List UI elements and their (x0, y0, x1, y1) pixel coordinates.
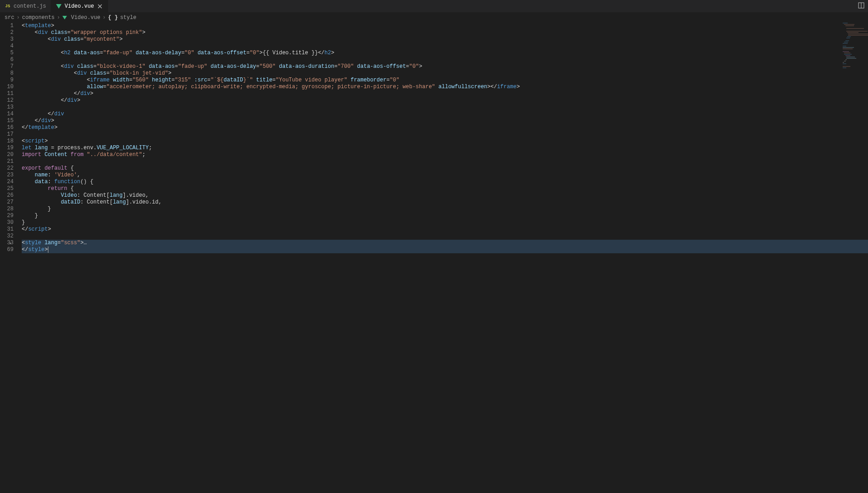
line-number: 33 › (0, 240, 14, 246)
line-number: 30 (0, 219, 14, 226)
code-line: </div> (22, 90, 868, 97)
line-number: 27 (0, 199, 14, 206)
code-line: <div class="block-video-1" data-aos="fad… (22, 63, 868, 70)
tab-video-vue[interactable]: Video.vue (51, 0, 108, 12)
code-line: <h2 data-aos="fade-up" data-aos-delay="0… (22, 50, 868, 57)
code-line: <div class="wrapper options pink"> (22, 29, 868, 36)
crumb-file[interactable]: Video.vue (71, 14, 100, 21)
code-line: </template> (22, 124, 868, 131)
line-number: 16 (0, 124, 14, 131)
code-line: let lang = process.env.VUE_APP_LOCALITY; (22, 145, 868, 152)
code-area[interactable]: <template> <div class="wrapper options p… (22, 23, 868, 493)
line-number: 18 (0, 138, 14, 145)
line-number: 3 (0, 36, 14, 43)
line-number: 14 (0, 111, 14, 118)
crumb-src[interactable]: src (5, 14, 14, 21)
vue-file-icon (56, 3, 62, 9)
crumb-section[interactable]: style (120, 14, 137, 21)
line-number: 24 (0, 179, 14, 185)
line-number: 69 (0, 246, 14, 253)
line-number: 20 (0, 152, 14, 158)
line-number: 7 (0, 63, 14, 70)
code-line (22, 233, 868, 240)
chevron-right-icon[interactable]: › (9, 240, 12, 247)
line-number: 5 (0, 50, 14, 57)
chevron-right-icon: › (103, 14, 106, 21)
code-line: </div> (22, 97, 868, 104)
code-line: data: function() { (22, 179, 868, 185)
code-line: <template> (22, 23, 868, 29)
line-number: 13 (0, 104, 14, 111)
code-line: return { (22, 185, 868, 192)
line-number: 1 (0, 23, 14, 29)
code-line: </style> (22, 246, 868, 253)
line-number: 23 (0, 172, 14, 179)
line-number: 6 (0, 57, 14, 63)
code-line: export default { (22, 165, 868, 172)
line-number: 25 (0, 185, 14, 192)
code-line: <style lang="scss">… (22, 240, 868, 246)
line-number: 11 (0, 90, 14, 97)
code-line: } (22, 206, 868, 213)
code-line: <script> (22, 138, 868, 145)
chevron-right-icon: › (57, 14, 60, 21)
code-line: <div class="mycontent"> (22, 36, 868, 43)
code-line: allow="accelerometer; autoplay; clipboar… (22, 84, 868, 90)
tab-content-js[interactable]: JS content.js (0, 0, 51, 12)
gutter: 1 2 3 4 5 6 7 8 9 10 11 12 13 14 15 16 1… (0, 23, 22, 493)
breadcrumb[interactable]: src › components › Video.vue › { } style (0, 13, 868, 23)
code-line: dataID: Content[lang].video.id, (22, 199, 868, 206)
split-editor-icon[interactable] (858, 2, 864, 10)
code-line: import Content from "../data/content"; (22, 152, 868, 158)
braces-icon: { } (108, 14, 118, 21)
chevron-right-icon: › (17, 14, 20, 21)
code-line: } (22, 219, 868, 226)
line-number: 22 (0, 165, 14, 172)
tab-label: Video.vue (65, 3, 94, 9)
line-number: 29 (0, 213, 14, 219)
line-number: 12 (0, 97, 14, 104)
code-line (22, 104, 868, 111)
line-number: 28 (0, 206, 14, 213)
js-file-icon: JS (5, 3, 11, 9)
line-number: 31 (0, 226, 14, 233)
tab-label: content.js (14, 3, 46, 9)
code-line (22, 57, 868, 63)
crumb-components[interactable]: components (22, 14, 55, 21)
line-number: 26 (0, 192, 14, 199)
line-number: 4 (0, 43, 14, 50)
line-number: 19 (0, 145, 14, 152)
code-line: Video: Content[lang].video, (22, 192, 868, 199)
line-number: 17 (0, 131, 14, 138)
code-line (22, 158, 868, 165)
line-number: 2 (0, 29, 14, 36)
vue-file-icon (62, 14, 69, 21)
code-line: } (22, 213, 868, 219)
line-number: 15 (0, 118, 14, 124)
code-line: </div> (22, 118, 868, 124)
code-line: <iframe width="560" height="315" :src="`… (22, 77, 868, 84)
editor[interactable]: 1 2 3 4 5 6 7 8 9 10 11 12 13 14 15 16 1… (0, 23, 868, 493)
code-line (22, 43, 868, 50)
code-line: </script> (22, 226, 868, 233)
tabs-bar: JS content.js Video.vue (0, 0, 868, 13)
code-line: name: 'Video', (22, 172, 868, 179)
close-icon[interactable] (97, 3, 103, 9)
code-line: </div (22, 111, 868, 118)
line-number: 9 (0, 77, 14, 84)
line-number: 10 (0, 84, 14, 90)
cursor (48, 246, 48, 253)
line-number: 21 (0, 158, 14, 165)
code-line (22, 131, 868, 138)
line-number: 8 (0, 70, 14, 77)
line-number: 32 (0, 233, 14, 240)
code-line: <div class="block-in jet-vid"> (22, 70, 868, 77)
